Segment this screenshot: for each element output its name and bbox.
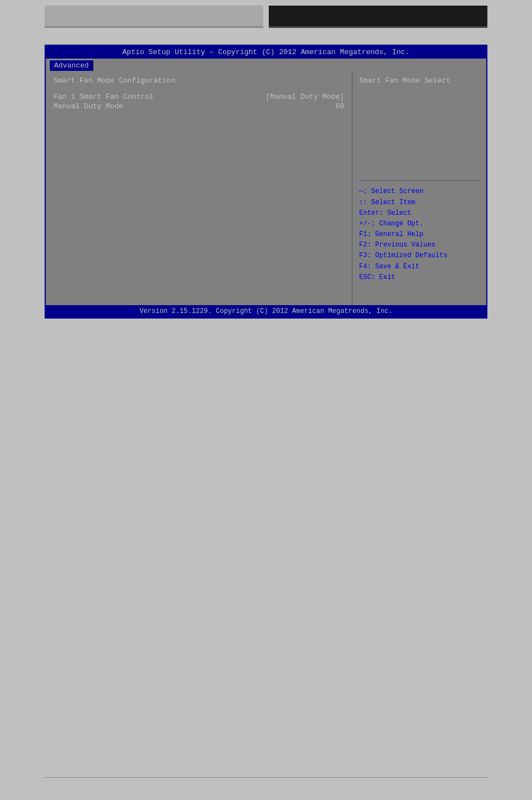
fan1-label: Fan 1 Smart Fan Control (54, 93, 260, 101)
tab-advanced[interactable]: Advanced (49, 60, 94, 71)
key-optimized-defaults: F3: Optimized Defaults (359, 250, 480, 261)
manual-duty-value: 60 (335, 102, 344, 110)
bios-main: Smart Fan Mode Configuration Fan 1 Smart… (46, 71, 486, 305)
top-bar (0, 0, 532, 33)
key-select-item: ↕: Select Item (359, 197, 480, 208)
top-bar-left (45, 6, 263, 28)
key-esc-exit: ESC: Exit (359, 272, 480, 283)
help-divider (359, 180, 480, 181)
key-select-screen: ↔: Select Screen (359, 186, 480, 197)
key-previous-values: F2: Previous Values (359, 240, 480, 250)
bios-container: Aptio Setup Utility – Copyright (C) 2012… (45, 45, 487, 319)
key-general-help: F1: General Help (359, 229, 480, 240)
bios-left-panel: Smart Fan Mode Configuration Fan 1 Smart… (46, 71, 352, 305)
bios-tab-bar: Advanced (46, 59, 486, 71)
section-title: Smart Fan Mode Configuration (54, 76, 344, 85)
help-title: Smart Fan Mode Select (359, 76, 480, 85)
bios-right-panel: Smart Fan Mode Select ↔: Select Screen ↕… (352, 71, 486, 305)
table-row[interactable]: Manual Duty Mode 60 (54, 102, 344, 110)
manual-duty-label: Manual Duty Mode (54, 102, 330, 110)
top-bar-right (269, 6, 487, 28)
fan1-value: [Manual Duty Mode] (266, 93, 344, 101)
bios-title: Aptio Setup Utility – Copyright (C) 2012… (46, 46, 486, 59)
bios-footer: Version 2.15.1229. Copyright (C) 2012 Am… (46, 305, 486, 317)
help-keys: ↔: Select Screen ↕: Select Item Enter: S… (359, 186, 480, 283)
key-save-exit: F4: Save & Exit (359, 262, 480, 272)
bottom-line (45, 777, 487, 778)
key-change-opt: +/-: Change Opt. (359, 219, 480, 229)
key-enter-select: Enter: Select (359, 208, 480, 219)
table-row[interactable]: Fan 1 Smart Fan Control [Manual Duty Mod… (54, 93, 344, 101)
